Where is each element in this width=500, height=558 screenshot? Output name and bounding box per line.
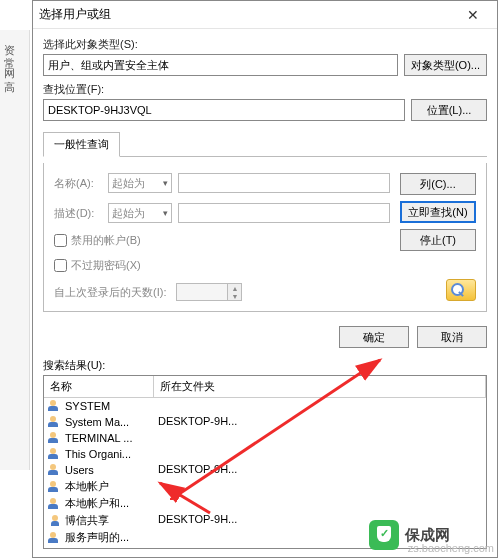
group-icon [48, 447, 62, 461]
nonexpiring-password-checkbox[interactable]: 不过期密码(X) [54, 258, 390, 273]
query-panel: 名称(A): 起始为 描述(D): 起始为 禁用的帐户(B) 不过期密码(X) … [43, 163, 487, 312]
disabled-accounts-checkbox[interactable]: 禁用的帐户(B) [54, 233, 390, 248]
group-icon [48, 399, 62, 413]
group-icon [48, 531, 62, 545]
group-icon [48, 497, 62, 511]
dialog-title: 选择用户或组 [39, 6, 111, 23]
name-input[interactable] [178, 173, 390, 193]
search-results-label: 搜索结果(U): [33, 356, 497, 375]
group-icon [48, 463, 62, 477]
locations-button[interactable]: 位置(L)... [411, 99, 487, 121]
tab-general-query[interactable]: 一般性查询 [43, 132, 120, 157]
name-label: 名称(A): [54, 176, 102, 191]
group-icon [48, 480, 62, 494]
query-tabstrip: 一般性查询 [43, 131, 487, 157]
desc-input[interactable] [178, 203, 390, 223]
object-types-button[interactable]: 对象类型(O)... [404, 54, 487, 76]
name-match-select[interactable]: 起始为 [108, 173, 172, 193]
cancel-button[interactable]: 取消 [417, 326, 487, 348]
days-since-logon-label: 自上次登录后的天数(I): [54, 285, 166, 300]
object-type-field[interactable] [43, 54, 398, 76]
select-users-dialog: 选择用户或组 ✕ 选择此对象类型(S): 对象类型(O)... 查找位置(F):… [32, 0, 498, 558]
column-folder[interactable]: 所在文件夹 [154, 376, 486, 397]
user-icon [48, 514, 62, 528]
location-label: 查找位置(F): [43, 82, 487, 97]
watermark: zs.baocheng.com [408, 542, 494, 554]
desc-match-select[interactable]: 起始为 [108, 203, 172, 223]
close-button[interactable]: ✕ [455, 3, 491, 27]
location-field[interactable] [43, 99, 405, 121]
table-row[interactable]: TERMINAL ... [44, 430, 486, 446]
background-window-tabs: 资 常 网 高 [0, 30, 30, 470]
table-row[interactable]: System Ma...DESKTOP-9H... [44, 414, 486, 430]
group-icon [48, 415, 62, 429]
ok-button[interactable]: 确定 [339, 326, 409, 348]
table-row[interactable]: UsersDESKTOP-9H... [44, 462, 486, 478]
group-icon [48, 431, 62, 445]
columns-button[interactable]: 列(C)... [400, 173, 476, 195]
table-row[interactable]: This Organi... [44, 446, 486, 462]
table-row[interactable]: SYSTEM [44, 398, 486, 414]
table-row[interactable]: 本地帐户 [44, 478, 486, 495]
column-name[interactable]: 名称 [44, 376, 154, 397]
object-type-label: 选择此对象类型(S): [43, 37, 487, 52]
days-since-logon-spinner[interactable]: ▲▼ [176, 283, 242, 301]
stop-button[interactable]: 停止(T) [400, 229, 476, 251]
titlebar: 选择用户或组 ✕ [33, 1, 497, 29]
table-row[interactable]: 本地帐户和... [44, 495, 486, 512]
shield-check-icon [369, 520, 399, 550]
find-now-button[interactable]: 立即查找(N) [400, 201, 476, 223]
desc-label: 描述(D): [54, 206, 102, 221]
results-header: 名称 所在文件夹 [44, 376, 486, 398]
search-icon [446, 279, 476, 301]
group-icon [48, 548, 62, 550]
